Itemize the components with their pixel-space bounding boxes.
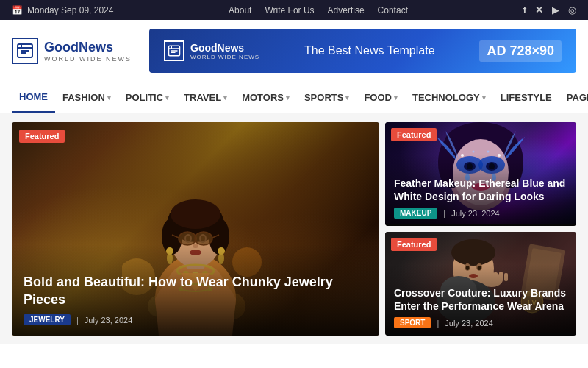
ad-size: AD 728×90 [479, 40, 562, 62]
instagram-icon[interactable]: ◎ [568, 4, 576, 15]
nav-food[interactable]: FOOD ▾ [356, 83, 405, 112]
nav-fashion[interactable]: FASHION ▾ [55, 83, 118, 112]
top-bar: 📅 Monday Sep 09, 2024 About Write For Us… [0, 0, 588, 20]
date-label: Monday Sep 09, 2024 [27, 5, 113, 15]
main-article-tag[interactable]: JEWELRY [24, 314, 71, 325]
logo[interactable]: GoodNews WORLD WIDE NEWS [12, 38, 132, 64]
side2-overlay: Crossover Couture: Luxury Brands Enter t… [385, 264, 576, 336]
contact-link[interactable]: Contact [378, 5, 408, 15]
side2-date: July 23, 2024 [445, 319, 492, 328]
svg-point-61 [487, 151, 490, 153]
chevron-down-icon: ▾ [286, 94, 290, 102]
logo-name: GoodNews [44, 40, 132, 55]
side-article-2[interactable]: LV Featured Crossover Couture: Luxury Br… [385, 232, 576, 336]
ad-tagline: The Best News Template [271, 44, 467, 57]
separator: | [443, 209, 445, 218]
right-column: Featured Feather Makeup: Ethereal Blue a… [385, 122, 576, 336]
side1-title: Feather Makeup: Ethereal Blue and White … [394, 177, 567, 203]
ad-logo: GoodNews WORLD WIDE NEWS [164, 40, 259, 61]
side1-meta: MAKEUP | July 23, 2024 [394, 208, 567, 219]
main-article-meta: JEWELRY | July 23, 2024 [24, 314, 368, 325]
nav-lifestyle[interactable]: LIFESTYLE [493, 83, 559, 112]
side2-tag[interactable]: SPORT [394, 317, 431, 328]
nav-travel[interactable]: TRAVEL ▾ [176, 83, 234, 112]
svg-point-64 [451, 239, 495, 266]
ad-banner[interactable]: GoodNews WORLD WIDE NEWS The Best News T… [149, 29, 576, 73]
chevron-down-icon: ▾ [165, 94, 169, 102]
logo-sub: WORLD WIDE NEWS [44, 55, 132, 63]
top-bar-date-area: 📅 Monday Sep 09, 2024 [12, 5, 113, 15]
svg-point-28 [179, 232, 196, 245]
chevron-down-icon: ▾ [482, 94, 486, 102]
main-featured-badge: Featured [19, 130, 65, 143]
logo-icon [12, 38, 38, 64]
main-article-date: July 23, 2024 [85, 316, 132, 325]
nav-politic[interactable]: POLITIC ▾ [118, 83, 176, 112]
main-nav: HOME FASHION ▾ POLITIC ▾ TRAVEL ▾ MOTORS… [0, 82, 588, 113]
chevron-down-icon: ▾ [107, 94, 111, 102]
chevron-down-icon: ▾ [223, 94, 227, 102]
svg-point-29 [195, 232, 212, 245]
youtube-icon[interactable]: ▶ [552, 4, 559, 15]
side1-date: July 23, 2024 [451, 209, 499, 218]
ad-logo-icon [164, 40, 184, 61]
nav-motors[interactable]: MOTORS ▾ [234, 83, 297, 112]
svg-point-60 [473, 151, 475, 153]
separator: | [76, 316, 79, 325]
main-featured-article[interactable]: Featured Bold and Beautiful: How to Wear… [12, 122, 379, 336]
side-article-1[interactable]: Featured Feather Makeup: Ethereal Blue a… [385, 122, 576, 226]
side1-tag[interactable]: MAKEUP [394, 208, 437, 219]
about-link[interactable]: About [229, 5, 251, 15]
top-bar-nav: About Write For Us Advertise Contact [229, 5, 408, 15]
main-article-title: Bold and Beautiful: How to Wear Chunky J… [24, 274, 368, 308]
header: GoodNews WORLD WIDE NEWS GoodNews WORLD … [0, 20, 588, 82]
twitter-x-icon[interactable]: ✕ [535, 4, 543, 15]
nav-technology[interactable]: TECHNOLOGY ▾ [405, 83, 493, 112]
main-article-overlay: Bold and Beautiful: How to Wear Chunky J… [12, 244, 379, 336]
nav-pages[interactable]: PAGES ▾ [559, 83, 588, 112]
separator: | [437, 319, 439, 328]
write-for-us-link[interactable]: Write For Us [265, 5, 314, 15]
nav-home[interactable]: HOME [12, 82, 55, 113]
facebook-icon[interactable]: f [523, 4, 526, 15]
side1-featured-badge: Featured [391, 128, 437, 141]
side2-featured-badge: Featured [391, 238, 437, 251]
advertise-link[interactable]: Advertise [328, 5, 365, 15]
nav-items: HOME FASHION ▾ POLITIC ▾ TRAVEL ▾ MOTORS… [12, 82, 588, 113]
nav-sports[interactable]: SPORTS ▾ [297, 83, 356, 112]
ad-logo-text: GoodNews WORLD WIDE NEWS [190, 42, 259, 60]
content-area: Featured Bold and Beautiful: How to Wear… [0, 113, 588, 344]
svg-point-21 [171, 199, 220, 229]
logo-text: GoodNews WORLD WIDE NEWS [44, 40, 132, 63]
side1-overlay: Feather Makeup: Ethereal Blue and White … [385, 155, 576, 226]
side2-title: Crossover Couture: Luxury Brands Enter t… [394, 286, 567, 313]
chevron-down-icon: ▾ [394, 94, 398, 102]
chevron-down-icon: ▾ [345, 94, 349, 102]
calendar-icon: 📅 [12, 5, 23, 15]
side2-meta: SPORT | July 23, 2024 [394, 317, 567, 328]
social-links: f ✕ ▶ ◎ [523, 4, 576, 15]
